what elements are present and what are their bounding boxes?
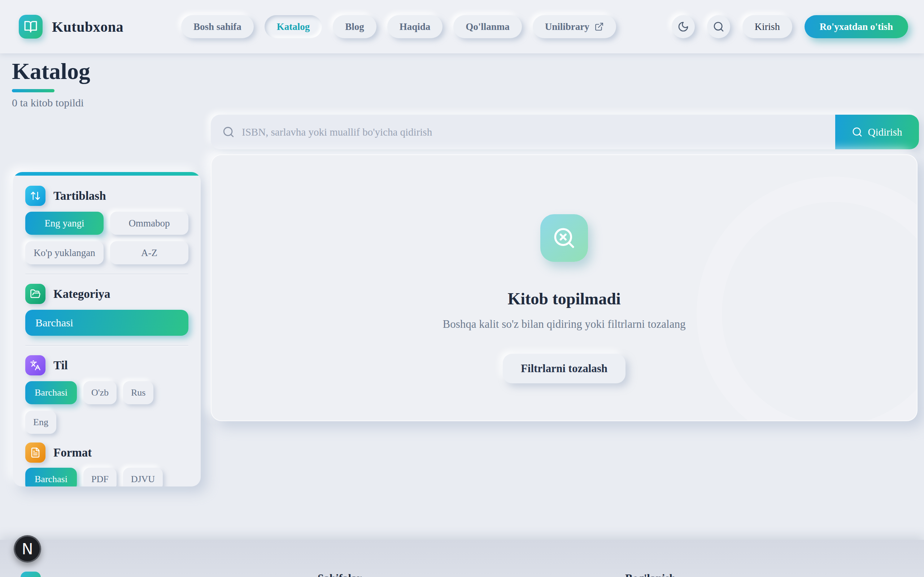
category-option-barchasi[interactable]: Barchasi [25,310,188,336]
format-section-title: Format [53,446,92,459]
option-label: O'zb [91,387,109,398]
file-document-icon [25,443,45,463]
option-label: Barchasi [35,387,68,398]
translate-icon [25,355,45,376]
register-button[interactable]: Ro'yxatdan o'tish [804,15,908,38]
nextjs-n-icon: N [22,540,33,558]
search-input[interactable] [242,115,829,149]
format-option-djvu[interactable]: DJVU [123,468,163,487]
footer: Sahifalar Bog'lanish [0,540,924,577]
sort-arrows-icon [25,186,45,206]
format-option-pdf[interactable]: PDF [83,468,116,487]
divider [25,345,188,346]
language-option-eng[interactable]: Eng [25,411,56,434]
folder-open-icon [25,284,45,304]
title-block: Katalog 0 ta kitob topildi [12,58,90,109]
empty-state-title: Kitob topilmadi [507,289,620,308]
login-button[interactable]: Kirish [743,15,792,38]
nav-label: Haqida [399,21,431,32]
sidebar-accent-bar [13,172,201,176]
option-label: PDF [91,474,109,485]
results-panel: Kitob topilmadi Boshqa kalit so'z bilan … [211,154,918,421]
search-icon [713,21,724,32]
nav-label: Unilibrary [545,21,590,32]
option-label: Barchasi [36,317,73,329]
search-submit-button[interactable]: Qidirish [835,115,919,149]
search-icon [222,126,234,138]
language-option-ozb[interactable]: O'zb [83,381,116,404]
sort-option-ommabop[interactable]: Ommabop [110,212,188,235]
language-option-barchasi[interactable]: Barchasi [25,381,77,404]
option-label: DJVU [131,474,155,485]
external-link-icon [594,22,604,31]
header-actions: Kirish Ro'yxatdan o'tish [672,15,908,38]
sort-option-eng-yangi[interactable]: Eng yangi [25,212,103,235]
search-submit-label: Qidirish [868,126,902,138]
filters-sidebar: Tartiblash Eng yangi Ommabop Ko'p yuklan… [13,172,201,487]
option-label: Eng yangi [44,218,84,229]
sort-option-kop-yuklangan[interactable]: Ko'p yuklangan [25,241,103,264]
title-underline [12,89,55,92]
nav-item-blog[interactable]: Blog [333,15,376,38]
nav-item-unilibrary[interactable]: Unilibrary [533,15,616,38]
nav-label: Qo'llanma [465,21,510,32]
option-label: Eng [33,417,48,428]
page-title: Katalog [12,58,90,85]
sort-section-header: Tartiblash [25,186,188,206]
clear-filters-button[interactable]: Filtrlarni tozalash [503,354,625,384]
footer-column-heading: Bog'lanish [625,572,676,577]
footer-column-heading: Sahifalar [318,572,362,577]
search-x-icon [540,214,588,262]
nextjs-dev-badge[interactable]: N [14,535,41,562]
nav-label: Blog [345,21,364,32]
register-label: Ro'yxatdan o'tish [820,21,893,32]
option-label: Ko'p yuklangan [34,247,95,259]
empty-state-subtitle: Boshqa kalit so'z bilan qidiring yoki fi… [443,318,686,331]
divider [25,274,188,274]
result-count: 0 ta kitob topildi [12,97,90,109]
nav-item-katalog[interactable]: Katalog [265,15,322,38]
language-section-header: Til [25,355,188,376]
format-section-header: Format [25,443,188,463]
category-section-title: Kategoriya [53,287,110,301]
language-option-rus[interactable]: Rus [123,381,153,404]
nav-item-qollanma[interactable]: Qo'llanma [453,15,522,38]
brand-name: Kutubxona [52,18,123,35]
nav-item-haqida[interactable]: Haqida [387,15,443,38]
option-label: Ommabop [129,218,170,229]
category-section-header: Kategoriya [25,284,188,304]
theme-toggle-button[interactable] [672,15,695,38]
nav-label: Bosh sahifa [194,21,241,32]
language-section-title: Til [53,359,68,372]
search-icon [852,127,863,137]
option-label: A-Z [141,247,157,259]
sort-section-title: Tartiblash [53,189,106,203]
brand[interactable]: Kutubxona [19,15,123,39]
catalog-page: Kutubxona Bosh sahifa Katalog Blog Haqid… [0,0,924,577]
nav-item-bosh-sahifa[interactable]: Bosh sahifa [181,15,254,38]
sort-options: Eng yangi Ommabop Ko'p yuklangan A-Z [25,212,188,264]
format-option-barchasi[interactable]: Barchasi [25,468,77,487]
search-toggle-button[interactable] [707,15,730,38]
book-open-icon [19,15,43,39]
sidebar-content: Tartiblash Eng yangi Ommabop Ko'p yuklan… [13,176,201,487]
footer-logo [21,572,41,577]
sort-option-a-z[interactable]: A-Z [110,241,188,264]
format-options: Barchasi PDF DJVU EPUB DOC DOCX [25,468,188,487]
option-label: Barchasi [35,474,68,485]
language-options: Barchasi O'zb Rus Eng [25,381,188,434]
moon-icon [677,21,689,32]
header: Kutubxona Bosh sahifa Katalog Blog Haqid… [0,0,924,53]
login-label: Kirish [755,21,780,32]
option-label: Rus [131,387,145,398]
search-bar: Qidirish [211,115,919,149]
clear-filters-label: Filtrlarni tozalash [521,362,607,375]
nav-label: Katalog [277,21,310,32]
main-nav: Bosh sahifa Katalog Blog Haqida Qo'llanm… [181,15,616,38]
